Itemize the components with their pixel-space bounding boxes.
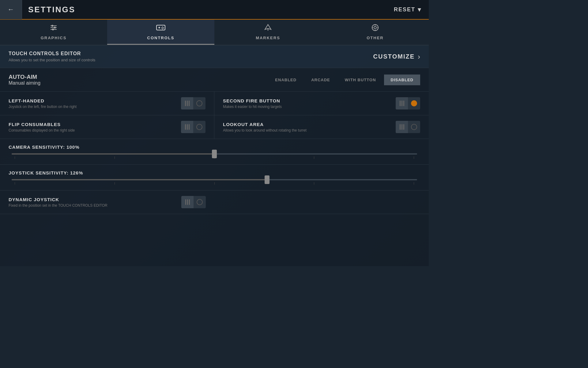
svg-point-11 bbox=[161, 28, 162, 29]
bar-1 bbox=[185, 124, 186, 130]
flip-consumables-description: Consumables displayed on the right side bbox=[9, 128, 75, 132]
second-fire-bars-icon bbox=[396, 97, 408, 109]
header-left: ← SETTINGS bbox=[0, 0, 75, 19]
auto-aim-options: ENABLED ARCADE WITH BUTTON DISABLED bbox=[268, 75, 420, 85]
controls-tab-label: CONTROLS bbox=[147, 36, 175, 40]
bar-3 bbox=[403, 101, 404, 106]
reset-button[interactable]: RESET ▾ bbox=[394, 6, 421, 13]
tab-graphics[interactable]: GRAPHICS bbox=[0, 20, 107, 45]
bar-2 bbox=[401, 124, 402, 130]
lookout-area-toggle[interactable] bbox=[396, 121, 420, 133]
second-fire-description: Makes it easier to hit moving targets bbox=[223, 105, 282, 109]
lookout-circle-area bbox=[408, 121, 420, 133]
page-title: SETTINGS bbox=[28, 5, 75, 14]
left-handed-info: LEFT-HANDED Joystick on the left, fire b… bbox=[9, 98, 77, 109]
toggle-row-1: LEFT-HANDED Joystick on the left, fire b… bbox=[0, 92, 429, 115]
aim-with-button-button[interactable]: WITH BUTTON bbox=[338, 75, 383, 85]
joystick-sensitivity-slider-container bbox=[9, 179, 420, 180]
bar-2 bbox=[187, 101, 188, 106]
customize-button[interactable]: CUSTOMIZE › bbox=[373, 52, 420, 61]
tick-1 bbox=[15, 182, 15, 185]
customize-label: CUSTOMIZE bbox=[373, 53, 415, 60]
joystick-sensitivity-title: JOYSTICK SENSITIVITY: 126% bbox=[9, 170, 420, 175]
svg-point-3 bbox=[54, 27, 56, 29]
tab-other[interactable]: OTHER bbox=[322, 20, 429, 45]
bar-1 bbox=[400, 101, 401, 106]
dynamic-joystick-info: DYNAMIC JOYSTICK Fixed in the position s… bbox=[9, 197, 107, 208]
joystick-sensitivity-row: JOYSTICK SENSITIVITY: 126% bbox=[0, 165, 429, 190]
joystick-sensitivity-fill bbox=[12, 179, 267, 180]
flip-consumables-toggle[interactable] bbox=[181, 121, 205, 133]
dynamic-joystick-title: DYNAMIC JOYSTICK bbox=[9, 197, 107, 202]
dynamic-joystick-bars-icon bbox=[181, 196, 194, 208]
bar-1 bbox=[400, 124, 401, 130]
dynamic-joystick-description: Fixed in the position set in the TOUCH C… bbox=[9, 203, 107, 208]
svg-point-9 bbox=[162, 27, 163, 28]
graphics-tab-label: GRAPHICS bbox=[41, 36, 67, 40]
tick-5 bbox=[414, 182, 414, 185]
tick-4 bbox=[314, 156, 314, 159]
back-button[interactable]: ← bbox=[0, 0, 22, 19]
joystick-sensitivity-thumb[interactable] bbox=[265, 175, 270, 184]
second-fire-info: SECOND FIRE BUTTON Makes it easier to hi… bbox=[223, 98, 282, 109]
bar-3 bbox=[189, 199, 190, 205]
reset-chevron-icon: ▾ bbox=[418, 6, 421, 13]
tick-2 bbox=[115, 156, 115, 159]
second-fire-circle-icon bbox=[411, 100, 417, 106]
toggle-row-2: FLIP CONSUMABLES Consumables displayed o… bbox=[0, 115, 429, 139]
left-handed-title: LEFT-HANDED bbox=[9, 98, 77, 103]
bar-1 bbox=[185, 199, 186, 205]
bar-3 bbox=[189, 101, 190, 106]
back-arrow-icon: ← bbox=[8, 6, 14, 13]
bar-3 bbox=[189, 124, 190, 130]
camera-sensitivity-slider-container bbox=[9, 153, 420, 155]
reset-label: RESET bbox=[394, 6, 415, 13]
tick-2 bbox=[115, 182, 115, 185]
touch-editor-info: TOUCH CONTROLS EDITOR Allows you to set … bbox=[9, 51, 95, 62]
camera-sensitivity-fill bbox=[12, 153, 214, 155]
svg-point-12 bbox=[162, 29, 163, 29]
flip-circle-area bbox=[193, 121, 205, 133]
tab-markers[interactable]: MARKERS bbox=[214, 20, 322, 45]
flip-consumables-info: FLIP CONSUMABLES Consumables displayed o… bbox=[9, 122, 75, 132]
bar-2 bbox=[401, 101, 402, 106]
tick-1 bbox=[15, 156, 15, 159]
bar-2 bbox=[187, 199, 188, 205]
lookout-area-title: LOOKOUT AREA bbox=[223, 122, 307, 127]
lookout-area-row: LOOKOUT AREA Allows you to look around w… bbox=[214, 115, 429, 139]
flip-consumables-title: FLIP CONSUMABLES bbox=[9, 122, 75, 127]
left-handed-description: Joystick on the left, fire button on the… bbox=[9, 105, 77, 109]
touch-editor-section: TOUCH CONTROLS EDITOR Allows you to set … bbox=[0, 45, 429, 68]
camera-sensitivity-track[interactable] bbox=[12, 153, 417, 155]
aim-disabled-button[interactable]: DISABLED bbox=[384, 75, 420, 85]
left-handed-toggle[interactable] bbox=[181, 97, 205, 109]
bar-3 bbox=[403, 124, 404, 130]
dynamic-joystick-section: DYNAMIC JOYSTICK Fixed in the position s… bbox=[0, 190, 429, 214]
touch-editor-description: Allows you to set the position and size … bbox=[9, 58, 95, 62]
svg-point-10 bbox=[163, 28, 164, 29]
other-tab-label: OTHER bbox=[367, 36, 384, 40]
bar-1 bbox=[185, 101, 186, 106]
second-fire-title: SECOND FIRE BUTTON bbox=[223, 98, 282, 103]
aim-arcade-button[interactable]: ARCADE bbox=[304, 75, 337, 85]
bar-2 bbox=[187, 124, 188, 130]
tabs-bar: GRAPHICS CONTROLS bbox=[0, 20, 429, 45]
tab-controls[interactable]: CONTROLS bbox=[107, 20, 214, 45]
lookout-bars-icon bbox=[396, 121, 408, 133]
other-icon bbox=[371, 23, 379, 34]
settings-content: TOUCH CONTROLS EDITOR Allows you to set … bbox=[0, 45, 429, 266]
second-fire-toggle[interactable] bbox=[396, 97, 420, 109]
toggle-circle-area bbox=[193, 97, 205, 109]
dynamic-joystick-grid: DYNAMIC JOYSTICK Fixed in the position s… bbox=[0, 190, 429, 214]
camera-sensitivity-title: CAMERA SENSITIVITY: 100% bbox=[9, 144, 420, 150]
aim-enabled-button[interactable]: ENABLED bbox=[268, 75, 303, 85]
joystick-sensitivity-ticks bbox=[15, 182, 414, 185]
lookout-area-info: LOOKOUT AREA Allows you to look around w… bbox=[223, 122, 307, 132]
svg-point-1 bbox=[51, 25, 53, 27]
auto-aim-title: AUTO-AIM bbox=[9, 74, 268, 80]
auto-aim-row: AUTO-AIM Manual aiming ENABLED ARCADE WI… bbox=[0, 68, 429, 92]
dynamic-joystick-toggle[interactable] bbox=[181, 196, 206, 208]
markers-icon bbox=[264, 23, 272, 34]
joystick-sensitivity-track[interactable] bbox=[12, 179, 417, 180]
camera-sensitivity-thumb[interactable] bbox=[212, 150, 217, 158]
